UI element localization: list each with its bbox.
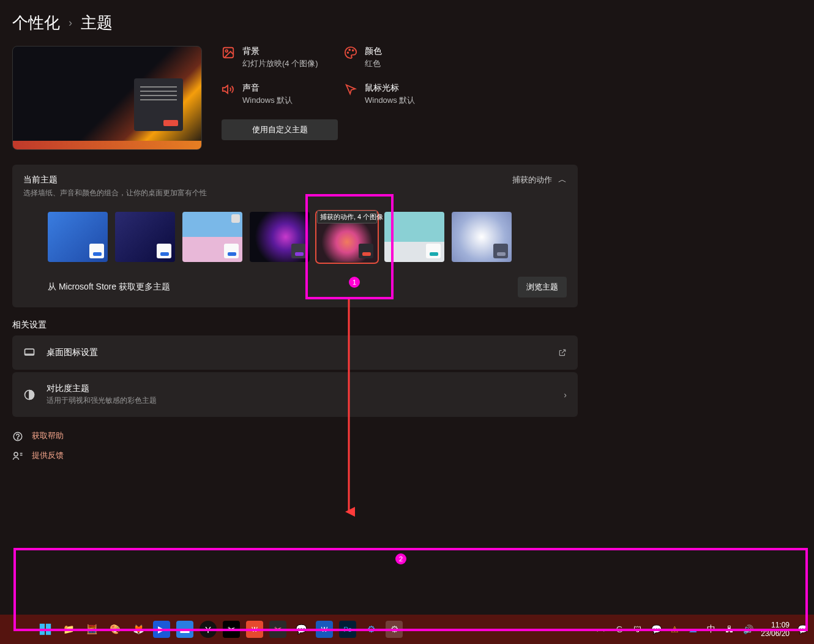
theme-item-2[interactable] bbox=[115, 212, 175, 262]
svg-point-8 bbox=[17, 438, 18, 439]
current-theme-card: 当前主题 选择墙纸、声音和颜色的组合，让你的桌面更加富有个性 捕获的动作 ︿ 捕… bbox=[12, 165, 578, 307]
monitor-icon bbox=[23, 346, 35, 359]
prop-sound-title: 声音 bbox=[242, 83, 293, 94]
use-custom-theme-button[interactable]: 使用自定义主题 bbox=[222, 119, 338, 140]
taskbar: 📁 🧮 🎨 🦊 ▶ ▬ Y ✂ W ✂ 💬 W Ps ⚙ ⚙ ︿ G 🛡 💬 ⚠… bbox=[0, 615, 814, 644]
external-link-icon bbox=[558, 348, 567, 357]
breadcrumb-parent[interactable]: 个性化 bbox=[12, 12, 60, 34]
taskbar-explorer[interactable]: 📁 bbox=[60, 621, 77, 638]
tray-volume-icon[interactable]: 🔊 bbox=[742, 624, 753, 635]
theme-item-7[interactable] bbox=[452, 212, 512, 262]
taskbar-firefox[interactable]: 🦊 bbox=[130, 621, 147, 638]
annotation-arrow-icon bbox=[343, 299, 355, 519]
row-contrast[interactable]: 对比度主题 适用于弱视和强光敏感的彩色主题 › bbox=[12, 372, 578, 417]
taskbar-wps[interactable]: W bbox=[246, 621, 263, 638]
current-theme-title: 当前主题 bbox=[23, 174, 207, 185]
chevron-right-icon: › bbox=[69, 17, 72, 29]
tray-chevron-up-icon[interactable]: ︿ bbox=[596, 624, 607, 635]
taskbar-settings[interactable]: ⚙ bbox=[386, 621, 403, 638]
prop-background-title: 背景 bbox=[242, 46, 318, 57]
row-desktop-icons[interactable]: 桌面图标设置 bbox=[12, 335, 578, 370]
taskbar-capcut[interactable]: ✂ bbox=[223, 621, 240, 638]
sound-icon bbox=[222, 83, 235, 96]
help-icon bbox=[12, 431, 23, 441]
svg-point-2 bbox=[348, 52, 349, 53]
contrast-icon bbox=[23, 389, 35, 401]
taskbar-todesk[interactable]: ▬ bbox=[176, 621, 193, 638]
taskbar-word[interactable]: W bbox=[316, 621, 333, 638]
theme-item-6[interactable] bbox=[384, 212, 444, 262]
prop-sound[interactable]: 声音 Windows 默认 bbox=[222, 83, 338, 106]
prop-cursor-title: 鼠标光标 bbox=[365, 83, 415, 94]
ms-store-link[interactable]: 从 Microsoft Store 获取更多主题 bbox=[48, 282, 170, 293]
svg-point-9 bbox=[14, 452, 18, 456]
svg-rect-12 bbox=[46, 624, 51, 629]
theme-item-3[interactable] bbox=[182, 212, 242, 262]
taskbar-photoshop[interactable]: Ps bbox=[339, 621, 356, 638]
browse-themes-button[interactable]: 浏览主题 bbox=[518, 277, 567, 298]
taskbar-wechat[interactable]: 💬 bbox=[293, 621, 310, 638]
taskbar-media[interactable]: ▶ bbox=[153, 621, 170, 638]
annotation-badge-2: 2 bbox=[395, 553, 406, 564]
camera-icon bbox=[231, 214, 240, 223]
svg-point-4 bbox=[353, 50, 354, 51]
tray-time: 11:09 bbox=[761, 621, 790, 629]
prop-color-title: 颜色 bbox=[365, 46, 382, 57]
taskbar-app1[interactable]: ✂ bbox=[269, 621, 286, 638]
chevron-up-icon: ︿ bbox=[558, 174, 567, 185]
taskbar-app2[interactable]: ⚙ bbox=[362, 621, 379, 638]
prop-sound-value: Windows 默认 bbox=[242, 95, 293, 106]
prop-background-value: 幻灯片放映(4 个图像) bbox=[242, 58, 318, 69]
image-icon bbox=[222, 46, 235, 59]
feedback-label: 提供反馈 bbox=[32, 450, 64, 461]
get-help-label: 获取帮助 bbox=[32, 430, 64, 441]
prop-cursor-value: Windows 默认 bbox=[365, 95, 415, 106]
chevron-right-icon: › bbox=[564, 390, 567, 400]
svg-rect-13 bbox=[40, 630, 45, 635]
prop-color[interactable]: 颜色 红色 bbox=[344, 46, 460, 69]
taskbar-yandex[interactable]: Y bbox=[200, 621, 217, 638]
theme-item-4[interactable] bbox=[250, 212, 310, 262]
breadcrumb-current: 主题 bbox=[81, 12, 113, 34]
breadcrumb: 个性化 › 主题 bbox=[12, 12, 802, 34]
theme-preview bbox=[12, 46, 202, 150]
svg-point-3 bbox=[349, 50, 350, 51]
related-settings-title: 相关设置 bbox=[12, 320, 802, 331]
collapse-toggle[interactable]: 捕获的动作 ︿ bbox=[512, 174, 567, 185]
feedback-icon bbox=[12, 451, 23, 460]
theme-tooltip: 捕获的动作, 4 个图像 bbox=[317, 211, 377, 223]
annotation-badge-1: 1 bbox=[349, 277, 360, 288]
prop-cursor[interactable]: 鼠标光标 Windows 默认 bbox=[344, 83, 460, 106]
tray-app-chat[interactable]: 💬 bbox=[651, 624, 662, 635]
svg-point-1 bbox=[225, 50, 228, 52]
start-button[interactable] bbox=[37, 621, 54, 638]
taskbar-calculator[interactable]: 🧮 bbox=[83, 621, 100, 638]
tray-cloud-icon[interactable]: ☁ bbox=[687, 624, 698, 635]
tray-ime[interactable]: 中 bbox=[706, 624, 717, 635]
palette-icon bbox=[344, 46, 357, 59]
prop-color-value: 红色 bbox=[365, 58, 382, 69]
preview-notecard-icon bbox=[134, 78, 183, 131]
tray-security-icon[interactable]: 🛡 bbox=[632, 624, 643, 635]
feedback-link[interactable]: 提供反馈 bbox=[12, 450, 802, 461]
tray-clock[interactable]: 11:09 23/06/20 bbox=[761, 621, 790, 638]
tray-notifications-icon[interactable]: 💬 bbox=[797, 624, 808, 635]
svg-rect-11 bbox=[40, 624, 45, 629]
row-desktop-icons-title: 桌面图标设置 bbox=[47, 347, 547, 358]
theme-item-1[interactable] bbox=[48, 212, 108, 262]
row-contrast-sub: 适用于弱视和强光敏感的彩色主题 bbox=[47, 395, 553, 406]
tray-date: 23/06/20 bbox=[761, 629, 790, 638]
row-contrast-title: 对比度主题 bbox=[47, 383, 553, 394]
svg-rect-14 bbox=[46, 630, 51, 635]
collapse-label: 捕获的动作 bbox=[512, 174, 552, 185]
prop-background[interactable]: 背景 幻灯片放映(4 个图像) bbox=[222, 46, 338, 69]
taskbar-paint[interactable]: 🎨 bbox=[106, 621, 124, 638]
current-theme-subtitle: 选择墙纸、声音和颜色的组合，让你的桌面更加富有个性 bbox=[23, 188, 207, 198]
cursor-icon bbox=[344, 83, 357, 96]
themes-row: 捕获的动作, 4 个图像 bbox=[48, 212, 567, 262]
get-help-link[interactable]: 获取帮助 bbox=[12, 430, 802, 441]
tray-network-icon[interactable]: 🖧 bbox=[724, 624, 735, 635]
tray-warning-icon[interactable]: ⚠ bbox=[669, 624, 680, 635]
tray-app-g[interactable]: G bbox=[614, 624, 625, 635]
